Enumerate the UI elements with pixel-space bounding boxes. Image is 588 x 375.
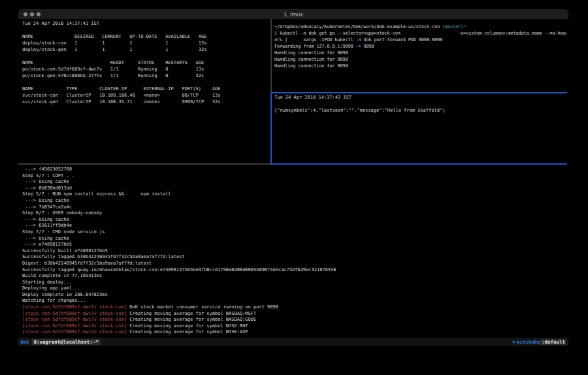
terminal-line: [stock-con-5d7df689cf-dwc7v stock-con] C…	[22, 317, 566, 323]
terminal-line: Build complete in 77.165413ms	[22, 273, 566, 280]
text-segment: *	[463, 24, 466, 29]
terminal-line: ---> 0b636bd013dd	[22, 186, 566, 192]
text-segment: Step 4/7 : COPY . .	[22, 173, 74, 178]
text-segment: [stock-con-5d7df689cf-dwc7v stock-con]	[22, 304, 127, 310]
current-window-item[interactable]: 0:vagrant@localhost:~*	[32, 339, 101, 345]
text-segment: Deploy complete in 286.647823ms	[22, 292, 108, 297]
terminal-line: Tue 24 Apr 2018 14:37:41 IST	[22, 20, 269, 27]
terminal-line: ---> Using cache	[22, 217, 566, 223]
text-segment: svc/stock-gen ClusterIP 10.100.35.71 <no…	[22, 99, 220, 105]
text-segment: Creating moving average for symbol NYSE:…	[127, 323, 248, 329]
terminal-line: Forwarding from 127.0.0.1:9898 -> 9898	[274, 43, 566, 50]
terminal-line: po/stock-gen-576cc688bb-277hx 1/1 Runnin…	[22, 73, 269, 79]
window-title: 1. tmux	[18, 11, 568, 18]
terminal-line: po/stock-con-5d7df689cf-dwc7v 1/1 Runnin…	[22, 66, 269, 73]
text-segment	[22, 80, 25, 85]
terminal-line: Deploying app.yaml...	[22, 285, 566, 292]
terminal-line: NAME DESIRED CURRENT UP-TO-DATE AVAILABL…	[22, 33, 269, 40]
text-segment: po/stock-con-5d7df689cf-dwc7v 1/1 Runnin…	[22, 67, 204, 72]
text-segment: Forwarding from 127.0.0.1:9898 -> 9898	[274, 44, 374, 49]
text-segment: ers | xargs -IPOD kubectl -n dok port-fo…	[274, 37, 442, 42]
text-segment: svc/stock-con ClusterIP 10.109.186.46 <n…	[22, 93, 220, 98]
text-segment: Tue 24 Apr 2018 14:37:41 IST	[22, 21, 99, 26]
text-segment: Build complete in 77.165413ms	[22, 273, 102, 278]
kube-namespace-label: :default	[540, 339, 566, 345]
window-titlebar[interactable]: 1. tmux	[18, 9, 568, 19]
text-segment: Handling connection for 9898	[274, 63, 348, 69]
terminal-line: Step 6/7 : USER nobody:nobody	[22, 210, 566, 217]
pane-divider-vertical-active[interactable]	[270, 92, 272, 165]
text-segment: NAME TYPE CLUSTER-IP EXTERNAL-IP PORT(S)…	[22, 86, 220, 91]
text-segment: Successfully tagged b38b42246945fd7f32c5…	[22, 254, 185, 259]
terminal-line: Watching for changes...	[22, 298, 566, 304]
terminal-line: svc/stock-gen ClusterIP 10.100.35.71 <no…	[22, 99, 269, 105]
terminal-line: ---> 7b6347ce2a4c	[22, 204, 566, 211]
text-segment: $	[274, 31, 280, 36]
text-segment: [stock-con-5d7df689cf-dwc7v stock-con]	[22, 329, 127, 334]
text-segment: Watching for changes...	[22, 298, 86, 303]
text-segment: NAME DESIRED CURRENT UP-TO-DATE AVAILABL…	[22, 34, 206, 39]
text-segment	[22, 27, 25, 33]
text-segment: Handling connection for 9898	[274, 57, 348, 62]
text-segment: Step 5/7 : RUN npm install express && np…	[22, 191, 171, 197]
pane-divider-vertical-inactive[interactable]	[270, 19, 272, 92]
terminal-line: $ kubectl -n dok get po --selector=app=s…	[274, 30, 566, 37]
pane-port-forward[interactable]: ~/Dropbox/advocacy/Kubernetes/DoK/work/d…	[274, 24, 566, 91]
terminal-line	[22, 27, 269, 33]
terminal-line: Step 4/7 : COPY . .	[22, 173, 566, 180]
text-segment: ---> e74898127bb5	[22, 242, 72, 247]
text-segment: deploy/stock-con 1 1 1 1 13s	[22, 41, 206, 46]
terminal-line: svc/stock-con ClusterIP 10.109.186.46 <n…	[22, 92, 269, 99]
text-segment: {"numsymbols":4,"lastseen":"","message":…	[274, 108, 445, 113]
desktop: 1. tmux Tue 24 Apr 2018 14:37:41 IST NAM…	[0, 0, 588, 375]
terminal-line: ers | xargs -IPOD kubectl -n dok port-fo…	[274, 37, 566, 43]
pane-divider-horizontal-active-bottom[interactable]	[270, 163, 567, 165]
text-segment: ---> Using cache	[22, 217, 69, 222]
pane-service-output[interactable]: Tue 24 Apr 2018 14:37:42 IST {"numsymbol…	[274, 94, 566, 163]
pane-kubectl-overview[interactable]: Tue 24 Apr 2018 14:37:41 IST NAME DESIRE…	[22, 20, 269, 162]
text-segment: NAME READY STATUS RESTARTS AGE	[22, 60, 204, 65]
text-segment: (master)	[442, 24, 463, 29]
text-segment: ---> 7b6347ce2a4c	[22, 204, 72, 210]
terminal-line: ---> Using cache	[22, 179, 566, 186]
pane-divider-horizontal-inactive[interactable]	[18, 163, 270, 165]
text-segment: ---> Using cache	[22, 179, 69, 184]
text-segment: Tue 24 Apr 2018 14:37:42 IST	[274, 95, 351, 100]
tmux-status-bar: dok 0:vagrant@localhost:~* ⎈ minikube :d…	[18, 338, 568, 346]
text-segment: ~/Dropbox/advocacy/Kubernetes/DoK/work/d…	[274, 24, 442, 29]
text-segment: Step 7/7 : CMD node service.js	[22, 229, 105, 235]
terminal-line: ---> f45623052760	[22, 167, 566, 173]
terminal-line: ~/Dropbox/advocacy/Kubernetes/DoK/work/d…	[274, 24, 566, 30]
terminal-line: Deploy complete in 286.647823ms	[22, 292, 566, 299]
text-segment: Deploying app.yaml...	[22, 285, 80, 291]
text-segment: [stock-con-5d7df689cf-dwc7v stock-con]	[22, 317, 127, 322]
text-segment: Creating moving average for symbol NASDA…	[127, 317, 256, 322]
text-segment: ---> Using cache	[22, 198, 69, 203]
terminal-line: [stock-con-5d7df689cf-dwc7v stock-con] C…	[22, 323, 566, 330]
terminal-line: Starting deploy...	[22, 280, 566, 286]
text-segment: po/stock-gen-576cc688bb-277hx 1/1 Runnin…	[22, 73, 204, 78]
text-segment: Digest: b38b42246945fd7f32c5ba9aea7af7fd…	[22, 261, 152, 266]
terminal-line: Handling connection for 9898	[274, 56, 566, 63]
text-segment: kubectl -n dok get po --selector=app=sto…	[280, 31, 566, 36]
terminal-line: Tue 24 Apr 2018 14:37:42 IST	[274, 94, 566, 101]
terminal-line: ---> Using cache	[22, 198, 566, 204]
text-segment: Starting deploy...	[22, 280, 72, 285]
session-name[interactable]: dok	[18, 339, 32, 345]
text-segment: Successfully built e74898127bb5	[22, 248, 108, 253]
text-segment: DoK stock market consumer service runnin…	[127, 304, 278, 310]
text-segment: ---> 0b636bd013dd	[22, 186, 72, 191]
pane-divider-horizontal-active-top[interactable]	[270, 92, 567, 93]
pane-skaffold-build-log[interactable]: ---> f45623052760Step 4/7 : COPY . . ---…	[22, 167, 566, 336]
terminal-line: ---> 65611ff9db4e	[22, 223, 566, 229]
text-segment: ---> 65611ff9db4e	[22, 223, 72, 228]
terminal-line: deploy/stock-gen 1 1 1 1 32s	[22, 46, 269, 53]
text-segment: Creating moving average for symbol NASDA…	[127, 311, 256, 316]
terminal-line	[22, 79, 269, 86]
terminal-line: Digest: b38b42246945fd7f32c5ba9aea7af7fd…	[22, 261, 566, 267]
terminal-line: Step 7/7 : CMD node service.js	[22, 229, 566, 236]
text-segment: [stock-con-5d7df689cf-dwc7v stock-con]	[22, 323, 127, 329]
terminal-line: NAME TYPE CLUSTER-IP EXTERNAL-IP PORT(S)…	[22, 86, 269, 92]
terminal-line: Successfully tagged b38b42246945fd7f32c5…	[22, 254, 566, 261]
terminal-line: Handling connection for 9898	[274, 50, 566, 56]
